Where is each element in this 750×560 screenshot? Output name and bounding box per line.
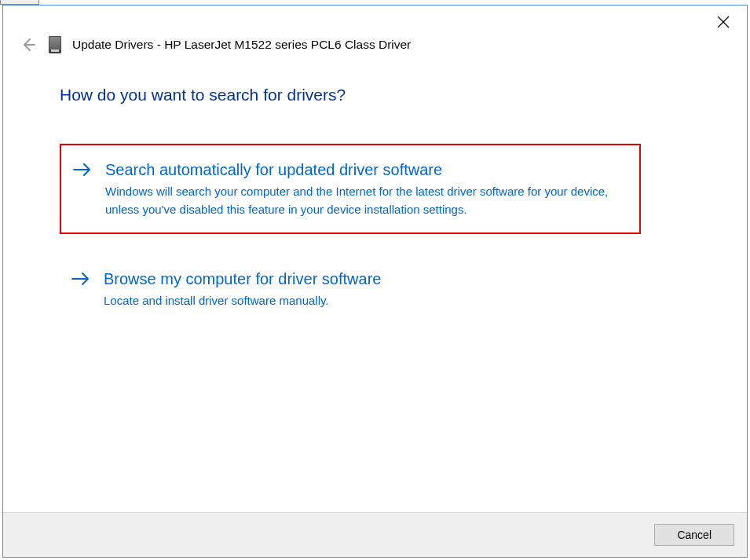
- close-icon: [717, 16, 730, 28]
- option-description: Windows will search your computer and th…: [105, 183, 624, 218]
- option-search-automatically[interactable]: Search automatically for updated driver …: [60, 144, 641, 234]
- option-title: Search automatically for updated driver …: [105, 159, 624, 180]
- question-heading: How do you want to search for drivers?: [60, 86, 700, 104]
- dialog-content: How do you want to search for drivers? S…: [3, 62, 747, 512]
- back-button[interactable]: [19, 35, 38, 54]
- dialog-title: Update Drivers - HP LaserJet M1522 serie…: [72, 38, 411, 52]
- titlebar: [3, 5, 747, 35]
- close-button[interactable]: [708, 10, 739, 34]
- dialog-header: Update Drivers - HP LaserJet M1522 serie…: [3, 35, 747, 62]
- arrow-right-icon: [71, 272, 91, 289]
- option-title: Browse my computer for driver software: [104, 269, 625, 289]
- option-description: Locate and install driver software manua…: [104, 292, 625, 310]
- device-icon: [49, 36, 61, 53]
- option-body: Search automatically for updated driver …: [105, 159, 624, 218]
- dialog-footer: Cancel: [3, 512, 747, 557]
- option-browse-computer[interactable]: Browse my computer for driver software L…: [60, 254, 641, 324]
- option-body: Browse my computer for driver software L…: [104, 269, 625, 310]
- cancel-button[interactable]: Cancel: [654, 524, 734, 546]
- arrow-right-icon: [72, 163, 93, 180]
- arrow-left-icon: [20, 37, 36, 53]
- update-drivers-dialog: Update Drivers - HP LaserJet M1522 serie…: [2, 5, 748, 558]
